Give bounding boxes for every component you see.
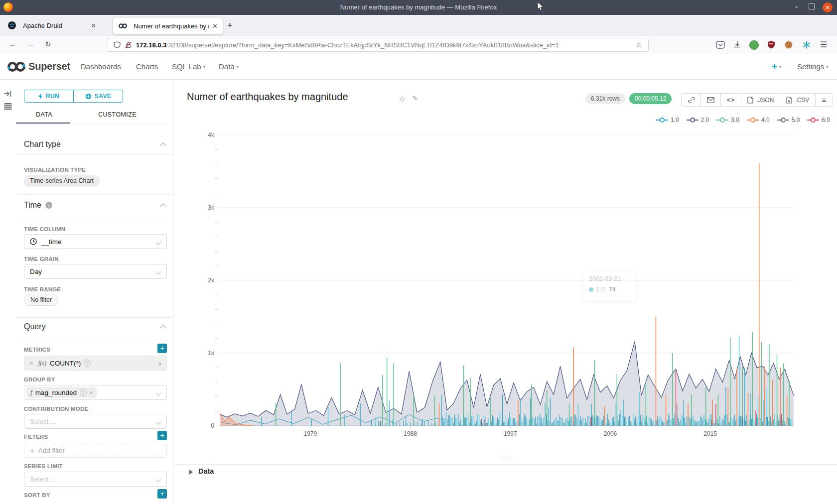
email-button[interactable] bbox=[700, 94, 720, 106]
tooltip-date: 2002-03-21 bbox=[589, 275, 631, 282]
ublock-origin-icon[interactable] bbox=[767, 40, 776, 49]
reload-button[interactable]: ↻ bbox=[45, 40, 51, 49]
series-limit-select[interactable]: Select ... bbox=[24, 472, 167, 487]
add-filter-button[interactable]: + Add filter bbox=[24, 443, 167, 458]
y-tick-4k: 4k bbox=[208, 131, 215, 138]
time-column-select[interactable]: __time bbox=[24, 234, 167, 249]
tab-customize[interactable]: CUSTOMIZE bbox=[98, 111, 137, 118]
visualization-type-pill[interactable]: Time-series Area Chart bbox=[24, 175, 100, 187]
add-filter-plus-button[interactable]: + bbox=[157, 431, 167, 440]
export-button-group: <> .JSON .CSV ≡ bbox=[681, 93, 833, 107]
application-window: 01k2k3k4k19791988199720062015 Numer of e… bbox=[0, 0, 837, 504]
tab-superset-chart[interactable]: Numer of earthquakes by m ✕ bbox=[113, 17, 223, 35]
group-by-label: GROUP BY bbox=[24, 377, 55, 382]
shield-icon[interactable] bbox=[114, 41, 121, 49]
nav-charts[interactable]: Charts bbox=[136, 62, 158, 71]
chevron-up-icon bbox=[160, 325, 166, 331]
legend-item-6.0[interactable]: 6.0 bbox=[807, 117, 830, 124]
series-4-start-fill bbox=[220, 413, 253, 426]
expand-metric-icon[interactable]: › bbox=[153, 356, 166, 370]
active-tab-underline bbox=[16, 123, 70, 124]
tab-data[interactable]: DATA bbox=[36, 111, 52, 118]
expand-data-caret-icon[interactable] bbox=[189, 470, 193, 475]
bookmark-star-icon[interactable]: ☆ bbox=[636, 40, 642, 49]
nav-dashboards[interactable]: Dashboards bbox=[81, 62, 121, 71]
window-title: Numer of earthquakes by magnitude — Mozi… bbox=[0, 3, 837, 11]
new-item-button[interactable]: +▾ bbox=[772, 61, 782, 72]
hamburger-menu-icon[interactable]: ☰ bbox=[820, 40, 827, 49]
run-button[interactable]: RUN bbox=[24, 90, 73, 102]
share-link-button[interactable] bbox=[682, 94, 700, 106]
query-timer-badge: 00:00:05.12 bbox=[629, 93, 672, 104]
group-by-value: mag_rounded bbox=[35, 389, 77, 396]
edit-title-icon[interactable]: ✎ bbox=[412, 94, 418, 102]
chevron-down-icon bbox=[155, 419, 161, 424]
nav-data[interactable]: Data▾ bbox=[219, 62, 239, 71]
time-range-pill[interactable]: No filter bbox=[24, 294, 58, 306]
save-button[interactable]: SAVE bbox=[73, 90, 123, 102]
nav-settings[interactable]: Settings▾ bbox=[797, 62, 829, 71]
tab-label: Numer of earthquakes by m bbox=[134, 22, 209, 30]
tab-close-icon[interactable]: ✕ bbox=[212, 22, 218, 30]
section-chart-type[interactable]: Chart type bbox=[24, 140, 165, 149]
add-metric-button[interactable]: + bbox=[157, 344, 167, 353]
help-icon[interactable]: ? bbox=[84, 360, 91, 367]
brand-name[interactable]: Superset bbox=[28, 61, 70, 72]
data-panel-label[interactable]: Data bbox=[198, 467, 214, 475]
dataset-grid-icon[interactable] bbox=[4, 103, 11, 110]
link-icon bbox=[688, 97, 695, 104]
remove-metric-icon[interactable]: × bbox=[24, 360, 38, 367]
panel-resize-handle[interactable] bbox=[498, 458, 512, 462]
url-bar[interactable]: 172.18.0.3:32108/superset/explore/?form_… bbox=[108, 38, 649, 52]
window-restore-button[interactable] bbox=[809, 3, 815, 9]
window-minimize-button[interactable]: ⌄ bbox=[794, 2, 799, 9]
favorite-star-icon[interactable]: ☆ bbox=[399, 94, 406, 104]
tooltip-series-dot bbox=[589, 287, 593, 292]
legend-item-4.0[interactable]: 4.0 bbox=[747, 117, 770, 124]
y-tick-1k: 1k bbox=[208, 350, 215, 357]
group-by-select[interactable]: f mag_rounded ? × bbox=[24, 385, 167, 400]
superset-logo[interactable] bbox=[6, 60, 27, 74]
extension-asterisk-icon[interactable] bbox=[802, 40, 811, 49]
tab-close-icon[interactable]: ✕ bbox=[91, 22, 96, 29]
url-text: 172.18.0.3:32108/superset/explore/?form_… bbox=[136, 41, 630, 49]
time-grain-select[interactable]: Day bbox=[24, 264, 167, 279]
file-x-icon bbox=[786, 97, 792, 104]
row-count-badge: 6.31k rows bbox=[585, 93, 625, 104]
tab-apache-druid[interactable]: Apache Druid ✕ bbox=[2, 17, 108, 34]
contribution-mode-select[interactable]: Select ... bbox=[24, 414, 167, 429]
privacy-badger-icon[interactable] bbox=[749, 40, 759, 50]
download-icon[interactable] bbox=[733, 40, 742, 49]
series-2-line bbox=[220, 342, 794, 417]
export-json-button[interactable]: .JSON bbox=[741, 94, 780, 106]
legend-item-3.0[interactable]: 3.0 bbox=[716, 117, 739, 124]
series-2-fill bbox=[220, 342, 794, 426]
add-sort-by-button[interactable]: + bbox=[157, 489, 167, 499]
legend-item-2.0[interactable]: 2.0 bbox=[687, 117, 709, 124]
legend-item-1.0[interactable]: 1.0 bbox=[656, 117, 679, 124]
insecure-lock-icon[interactable] bbox=[125, 41, 132, 49]
nav-sql-lab[interactable]: SQL Lab▾ bbox=[172, 62, 205, 71]
metric-item[interactable]: × f(x) COUNT(*) ? › bbox=[24, 356, 167, 371]
chevron-down-icon bbox=[155, 390, 161, 395]
remove-group-by-icon[interactable]: × bbox=[90, 389, 93, 395]
collapse-panel-icon[interactable] bbox=[4, 90, 12, 97]
forward-button[interactable]: → bbox=[27, 40, 34, 48]
filters-label: FILTERS bbox=[24, 434, 48, 440]
group-by-pill[interactable]: f mag_rounded ? × bbox=[26, 387, 97, 398]
window-close-button[interactable]: ✕ bbox=[823, 2, 833, 12]
pocket-icon[interactable] bbox=[716, 40, 725, 49]
section-query[interactable]: Query bbox=[24, 322, 165, 331]
cookie-icon[interactable] bbox=[784, 40, 793, 49]
new-tab-button[interactable]: + bbox=[227, 20, 233, 31]
section-time[interactable]: Time i bbox=[24, 201, 165, 210]
embed-code-button[interactable]: <> bbox=[720, 94, 741, 106]
legend-label: 2.0 bbox=[701, 117, 709, 124]
chart-menu-button[interactable]: ≡ bbox=[815, 94, 832, 106]
back-button[interactable]: ← bbox=[9, 40, 16, 48]
clock-icon bbox=[30, 238, 37, 245]
help-icon[interactable]: ? bbox=[80, 389, 87, 396]
x-tick-2015: 2015 bbox=[703, 430, 717, 437]
legend-item-5.0[interactable]: 5.0 bbox=[777, 117, 800, 124]
export-csv-button[interactable]: .CSV bbox=[780, 94, 815, 106]
